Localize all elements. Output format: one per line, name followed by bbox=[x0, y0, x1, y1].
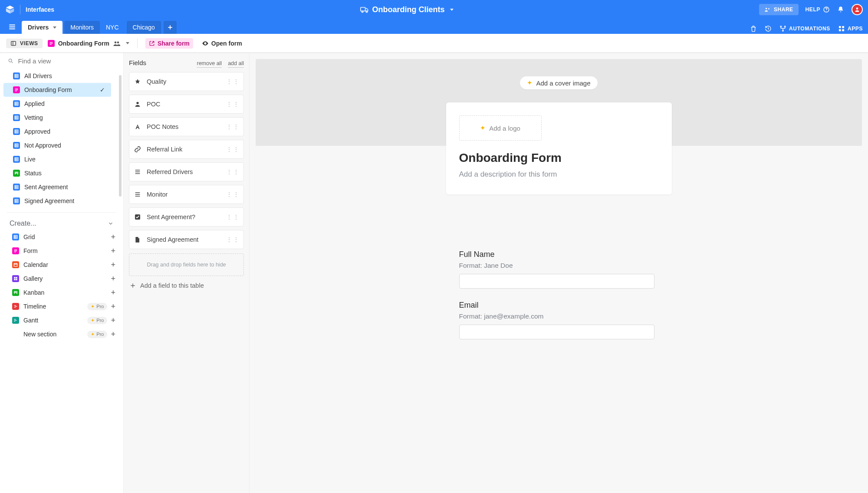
plus-icon: + bbox=[111, 330, 115, 338]
field-label: POC Notes bbox=[147, 123, 178, 130]
history-button[interactable] bbox=[765, 25, 772, 32]
trash-button[interactable] bbox=[750, 25, 757, 32]
grid-view-icon bbox=[13, 128, 20, 135]
create-form[interactable]: Form+ bbox=[0, 244, 123, 258]
view-item-not-approved[interactable]: Not Approved bbox=[3, 138, 111, 152]
view-item-signed-agreement[interactable]: Signed Agreement bbox=[3, 194, 111, 208]
grid-view-icon bbox=[13, 114, 20, 121]
view-item-label: Onboarding Form bbox=[24, 86, 72, 93]
create-item-label: Calendar bbox=[23, 261, 48, 268]
views-search-input[interactable] bbox=[18, 57, 115, 65]
tab-drivers[interactable]: Drivers bbox=[22, 21, 62, 34]
field-quality[interactable]: Quality⋮⋮ bbox=[129, 72, 244, 91]
tab-chicago[interactable]: Chicago bbox=[127, 21, 161, 34]
gal-view-icon bbox=[12, 275, 19, 282]
open-form-button[interactable]: Open form bbox=[198, 38, 246, 49]
interfaces-link[interactable]: Interfaces bbox=[26, 6, 54, 13]
drag-handle-icon[interactable]: ⋮⋮ bbox=[226, 146, 240, 153]
create-gallery[interactable]: Gallery+ bbox=[0, 272, 123, 286]
star-icon bbox=[134, 78, 141, 85]
account-avatar[interactable] bbox=[852, 4, 863, 15]
fields-list: Quality⋮⋮POC⋮⋮POC Notes⋮⋮Referral Link⋮⋮… bbox=[129, 72, 244, 249]
automations-button[interactable]: AUTOMATIONS bbox=[779, 25, 830, 32]
svg-rect-31 bbox=[15, 199, 18, 203]
add-logo-button[interactable]: ✦ Add a logo bbox=[459, 115, 542, 141]
view-item-live[interactable]: Live bbox=[3, 152, 111, 166]
form-title[interactable]: Onboarding Form bbox=[459, 151, 659, 165]
field-input[interactable] bbox=[459, 274, 654, 289]
create-kanban[interactable]: Kanban+ bbox=[0, 286, 123, 299]
hide-drop-zone[interactable]: Drag and drop fields here to hide bbox=[129, 253, 244, 276]
create-timeline[interactable]: Timeline✦Pro+ bbox=[0, 299, 123, 313]
form-description[interactable]: Add a description for this form bbox=[459, 170, 659, 179]
field-referral-link[interactable]: Referral Link⋮⋮ bbox=[129, 140, 244, 159]
create-gantt[interactable]: Gantt✦Pro+ bbox=[0, 313, 123, 327]
field-referred-drivers[interactable]: Referred Drivers⋮⋮ bbox=[129, 162, 244, 181]
drag-handle-icon[interactable]: ⋮⋮ bbox=[226, 214, 240, 220]
field-label: Email bbox=[459, 301, 659, 310]
field-label: POC bbox=[147, 101, 160, 108]
add-table-button[interactable] bbox=[164, 21, 177, 34]
tab-monitors[interactable]: Monitors bbox=[64, 21, 100, 34]
people-plus-icon bbox=[764, 7, 770, 13]
share-button[interactable]: SHARE bbox=[759, 4, 799, 15]
field-sent-agreement-[interactable]: Sent Agreement?⋮⋮ bbox=[129, 207, 244, 227]
drag-handle-icon[interactable]: ⋮⋮ bbox=[226, 236, 240, 243]
field-input[interactable] bbox=[459, 325, 654, 339]
svg-point-9 bbox=[856, 7, 858, 10]
caret-down-icon bbox=[126, 42, 129, 44]
svg-rect-26 bbox=[15, 158, 18, 161]
plus-icon bbox=[130, 283, 136, 289]
pro-badge: ✦Pro bbox=[87, 317, 107, 324]
add-all-link[interactable]: add all bbox=[228, 60, 244, 68]
view-item-all-drivers[interactable]: All Drivers bbox=[3, 69, 111, 83]
current-view-name[interactable]: Onboarding Form bbox=[48, 39, 129, 47]
drag-handle-icon[interactable]: ⋮⋮ bbox=[226, 101, 240, 108]
views-toggle-button[interactable]: VIEWS bbox=[6, 39, 43, 48]
tables-menu-button[interactable] bbox=[5, 20, 19, 34]
svg-rect-39 bbox=[15, 291, 16, 293]
truck-icon bbox=[360, 5, 369, 14]
field-signed-agreement[interactable]: Signed Agreement⋮⋮ bbox=[129, 230, 244, 249]
create-section-toggle[interactable]: Create... bbox=[0, 217, 123, 230]
create-calendar[interactable]: Calendar+ bbox=[0, 258, 123, 272]
form-field-email: EmailFormat: jane@example.com bbox=[459, 301, 659, 339]
share-form-button[interactable]: Share form bbox=[145, 38, 193, 49]
view-item-onboarding-form[interactable]: Onboarding Form✓ bbox=[3, 83, 111, 97]
drag-handle-icon[interactable]: ⋮⋮ bbox=[226, 78, 240, 85]
form-header-card: ✦ Add a logo Onboarding Form Add a descr… bbox=[446, 102, 672, 194]
add-field-button[interactable]: Add a field to this table bbox=[129, 280, 244, 289]
field-poc-notes[interactable]: POC Notes⋮⋮ bbox=[129, 117, 244, 136]
view-item-status[interactable]: Status bbox=[3, 166, 111, 180]
svg-point-11 bbox=[784, 26, 786, 27]
create-item-label: Timeline bbox=[23, 303, 46, 310]
cover-btn-label: Add a cover image bbox=[536, 79, 590, 87]
create-list: Grid+Form+Calendar+Gallery+Kanban+Timeli… bbox=[0, 230, 123, 341]
view-item-sent-agreement[interactable]: Sent Agreement bbox=[3, 180, 111, 194]
person-icon bbox=[134, 101, 141, 108]
add-cover-image-button[interactable]: ✦ Add a cover image bbox=[520, 76, 597, 89]
help-button[interactable]: HELP bbox=[806, 6, 830, 13]
view-item-applied[interactable]: Applied bbox=[3, 97, 111, 111]
view-item-vetting[interactable]: Vetting bbox=[3, 111, 111, 125]
field-poc[interactable]: POC⋮⋮ bbox=[129, 95, 244, 114]
field-monitor[interactable]: Monitor⋮⋮ bbox=[129, 185, 244, 204]
tab-nyc[interactable]: NYC bbox=[100, 21, 125, 34]
apps-button[interactable]: APPS bbox=[838, 25, 863, 32]
create-item-label: Grid bbox=[23, 233, 35, 240]
svg-rect-3 bbox=[360, 7, 365, 11]
drag-handle-icon[interactable]: ⋮⋮ bbox=[226, 168, 240, 175]
scrollbar[interactable] bbox=[119, 75, 122, 197]
remove-all-link[interactable]: remove all bbox=[197, 60, 222, 68]
notifications-button[interactable] bbox=[837, 6, 845, 13]
logo-cube-icon[interactable] bbox=[5, 5, 15, 14]
view-item-approved[interactable]: Approved bbox=[3, 125, 111, 138]
create-grid[interactable]: Grid+ bbox=[0, 230, 123, 244]
create-new-section[interactable]: New section✦Pro+ bbox=[0, 327, 123, 341]
field-label: Sent Agreement? bbox=[147, 214, 195, 220]
drag-handle-icon[interactable]: ⋮⋮ bbox=[226, 123, 240, 130]
svg-point-20 bbox=[9, 59, 12, 62]
drag-handle-icon[interactable]: ⋮⋮ bbox=[226, 191, 240, 198]
svg-rect-36 bbox=[14, 279, 15, 280]
base-title[interactable]: Onboarding Clients bbox=[360, 5, 454, 14]
